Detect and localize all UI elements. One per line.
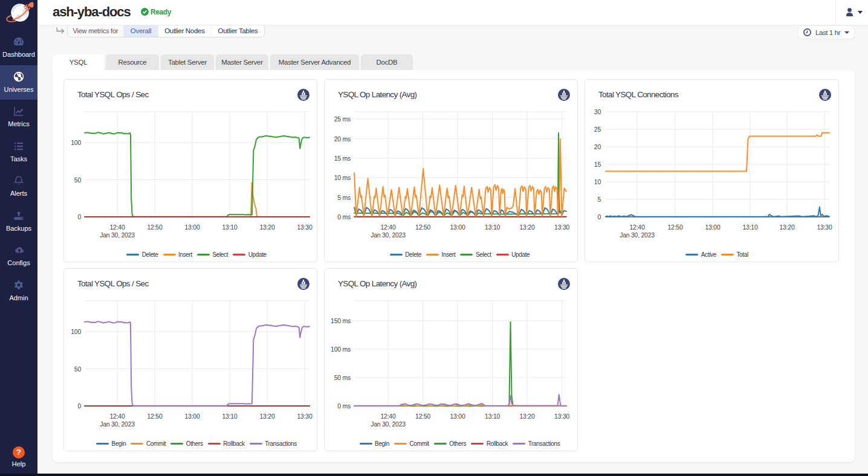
- svg-text:12:50: 12:50: [415, 224, 430, 231]
- svg-text:12:50: 12:50: [147, 413, 162, 420]
- svg-text:13:30: 13:30: [297, 224, 312, 231]
- svg-text:150 ms: 150 ms: [331, 317, 351, 324]
- svg-text:25: 25: [594, 126, 601, 133]
- svg-text:13:20: 13:20: [779, 224, 794, 231]
- svg-text:50: 50: [74, 176, 82, 184]
- svg-text:12:50: 12:50: [147, 224, 162, 231]
- svg-text:13:10: 13:10: [222, 224, 237, 231]
- svg-text:13:30: 13:30: [297, 413, 312, 420]
- svg-text:50 ms: 50 ms: [334, 374, 351, 381]
- svg-text:13:00: 13:00: [184, 224, 199, 231]
- svg-text:13:30: 13:30: [554, 413, 569, 420]
- svg-text:12:50: 12:50: [415, 413, 430, 420]
- svg-text:50: 50: [74, 365, 82, 373]
- svg-text:12:40: 12:40: [109, 413, 125, 420]
- svg-text:100: 100: [71, 139, 81, 146]
- svg-text:Jan 30, 2023: Jan 30, 2023: [620, 231, 655, 239]
- svg-text:13:00: 13:00: [450, 413, 465, 420]
- svg-text:Jan 30, 2023: Jan 30, 2023: [371, 231, 406, 239]
- svg-text:13:10: 13:10: [742, 224, 757, 231]
- svg-text:13:20: 13:20: [259, 413, 274, 420]
- svg-text:5 ms: 5 ms: [337, 194, 351, 201]
- svg-text:13:10: 13:10: [222, 413, 237, 420]
- svg-text:0 ms: 0 ms: [337, 213, 351, 220]
- svg-text:15 ms: 15 ms: [334, 155, 351, 162]
- svg-text:13:00: 13:00: [450, 224, 465, 231]
- svg-text:10: 10: [594, 178, 601, 185]
- svg-text:0: 0: [597, 213, 601, 220]
- svg-text:20 ms: 20 ms: [334, 135, 351, 143]
- svg-text:Jan 30, 2023: Jan 30, 2023: [100, 231, 135, 239]
- svg-text:Jan 30, 2023: Jan 30, 2023: [371, 420, 406, 428]
- svg-text:0: 0: [77, 213, 81, 220]
- svg-text:13:00: 13:00: [705, 224, 720, 231]
- svg-text:0 ms: 0 ms: [337, 402, 351, 410]
- svg-text:13:00: 13:00: [184, 413, 199, 420]
- svg-text:12:40: 12:40: [380, 413, 395, 420]
- svg-text:12:40: 12:40: [109, 224, 125, 231]
- svg-text:100: 100: [71, 328, 81, 335]
- svg-text:13:10: 13:10: [485, 413, 500, 420]
- svg-text:13:20: 13:20: [519, 224, 534, 231]
- svg-text:10 ms: 10 ms: [334, 174, 351, 181]
- svg-text:30: 30: [594, 108, 601, 115]
- svg-text:20: 20: [594, 143, 601, 150]
- svg-text:25 ms: 25 ms: [334, 115, 351, 123]
- svg-text:5: 5: [597, 196, 601, 203]
- svg-text:Jan 30, 2023: Jan 30, 2023: [100, 420, 135, 428]
- svg-text:13:20: 13:20: [519, 413, 534, 420]
- svg-text:15: 15: [594, 161, 601, 168]
- svg-text:12:50: 12:50: [667, 224, 682, 231]
- svg-text:13:10: 13:10: [485, 224, 500, 231]
- svg-text:13:30: 13:30: [817, 224, 832, 231]
- svg-text:100 ms: 100 ms: [331, 346, 351, 353]
- svg-text:0: 0: [77, 402, 81, 410]
- svg-text:12:40: 12:40: [629, 224, 644, 231]
- svg-text:12:40: 12:40: [380, 224, 395, 231]
- svg-text:13:20: 13:20: [259, 224, 274, 231]
- svg-text:13:30: 13:30: [554, 224, 569, 231]
